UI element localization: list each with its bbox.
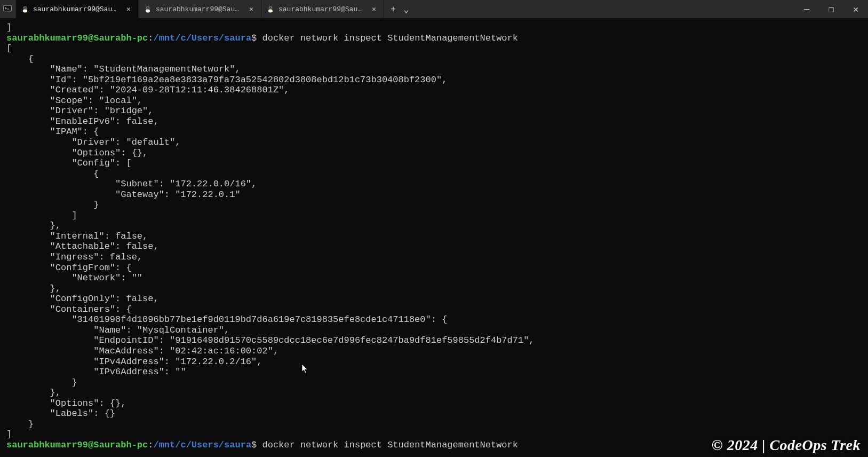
window-controls: — ❐ ✕ xyxy=(794,0,868,18)
output-text: "Driver": "default", xyxy=(6,137,180,147)
terminal-line: "Options": {}, xyxy=(6,148,862,159)
terminal-line: "Driver": "bridge", xyxy=(6,106,862,116)
terminal-line: } xyxy=(6,419,862,430)
maximize-button[interactable]: ❐ xyxy=(819,0,843,18)
prompt-separator: : xyxy=(148,440,153,450)
terminal-line: "Labels": {} xyxy=(6,408,862,419)
output-text: }, xyxy=(6,283,61,294)
output-text: "Gateway": "172.22.0.1" xyxy=(6,190,241,200)
output-text: } xyxy=(6,419,34,429)
prompt-path: /mnt/c/Users/saura xyxy=(153,440,251,450)
tab-close-icon[interactable]: ✕ xyxy=(124,5,133,13)
terminal-line: saurabhkumarr99@Saurabh-pc:/mnt/c/Users/… xyxy=(6,440,862,451)
output-text: "Network": "" xyxy=(6,273,142,283)
output-text: "IPv4Address": "172.22.0.2/16", xyxy=(6,357,262,367)
output-text: "Internal": false, xyxy=(6,231,148,241)
output-text: ] xyxy=(6,429,12,439)
terminal-viewport[interactable]: ]saurabhkumarr99@Saurabh-pc:/mnt/c/Users… xyxy=(0,18,868,457)
terminal-line: "MacAddress": "02:42:ac:16:00:02", xyxy=(6,346,862,357)
svg-point-12 xyxy=(269,7,270,8)
tab-dropdown-button[interactable]: ⌄ xyxy=(403,4,409,15)
terminal-line: } xyxy=(6,200,862,210)
prompt-user-host: saurabhkumarr99@Saurabh-pc xyxy=(6,33,148,43)
tux-icon xyxy=(21,5,29,13)
output-text: "Options": {}, xyxy=(6,398,126,408)
output-text: "Attachable": false, xyxy=(6,241,159,251)
terminal-line: ] xyxy=(6,429,862,440)
terminal-line: "Network": "" xyxy=(6,273,862,283)
output-text: } xyxy=(6,200,99,210)
prompt-user-host: saurabhkumarr99@Saurabh-pc xyxy=(6,440,148,450)
output-text: "Name": "StudentManagementNetwork", xyxy=(6,64,241,74)
tux-icon xyxy=(267,5,274,13)
tab-2[interactable]: saurabhkumarr99@Saurabh-p✕ xyxy=(261,0,384,18)
terminal-line: }, xyxy=(6,388,862,398)
tab-0[interactable]: saurabhkumarr99@Saurabh-p✕ xyxy=(16,0,139,18)
tab-label: saurabhkumarr99@Saurabh-p xyxy=(278,5,365,13)
terminal-line: ] xyxy=(6,210,862,221)
terminal-line: saurabhkumarr99@Saurabh-pc:/mnt/c/Users/… xyxy=(6,33,862,44)
output-text: "Options": {}, xyxy=(6,148,148,158)
minimize-button[interactable]: — xyxy=(794,0,819,18)
tab-label: saurabhkumarr99@Saurabh-p xyxy=(33,5,120,13)
terminal-line: "Id": "5bf219ef169a2ea8e3833a79fa73a5254… xyxy=(6,75,862,85)
svg-point-8 xyxy=(147,7,147,8)
output-text: } xyxy=(6,377,77,388)
terminal-line: "IPAM": { xyxy=(6,127,862,137)
output-text: "ConfigFrom": { xyxy=(6,263,132,273)
output-text: "EnableIPv6": false, xyxy=(6,116,159,127)
output-text: [ xyxy=(6,43,12,53)
terminal-line: [ xyxy=(6,43,862,54)
svg-rect-0 xyxy=(4,5,12,11)
output-text: ] xyxy=(6,210,77,220)
svg-point-4 xyxy=(24,7,25,8)
output-text: "MacAddress": "02:42:ac:16:00:02", xyxy=(6,346,278,356)
terminal-line: "Name": "MysqlContainer", xyxy=(6,325,862,336)
output-text: ] xyxy=(6,22,12,33)
output-text: "Containers": { xyxy=(6,304,132,314)
output-text: "31401998f4d1096bb77be1ef9d0119bd7d6a619… xyxy=(6,314,447,325)
terminal-line: "Subnet": "172.22.0.0/16", xyxy=(6,179,862,190)
output-text: "Config": [ xyxy=(6,158,132,168)
new-tab-button[interactable]: + xyxy=(391,4,396,14)
terminal-line: ] xyxy=(6,22,862,33)
terminal-line: "Config": [ xyxy=(6,158,862,169)
command-text: docker network inspect StudentManagement… xyxy=(262,440,518,450)
svg-point-9 xyxy=(148,7,149,8)
output-text: "Subnet": "172.22.0.0/16", xyxy=(6,179,257,189)
terminal-line: "Internal": false, xyxy=(6,231,862,242)
output-text: "ConfigOnly": false, xyxy=(6,294,159,304)
terminal-line: "Attachable": false, xyxy=(6,241,862,252)
terminal-line: "Scope": "local", xyxy=(6,96,862,106)
output-text: "IPv6Address": "" xyxy=(6,367,186,377)
terminal-line: "Name": "StudentManagementNetwork", xyxy=(6,64,862,75)
output-text: "Name": "MysqlContainer", xyxy=(6,325,229,335)
mouse-cursor-icon xyxy=(302,364,308,374)
terminal-line: "Created": "2024-09-28T12:11:46.38426880… xyxy=(6,85,862,96)
tab-1[interactable]: saurabhkumarr99@Saurabh-p✕ xyxy=(139,0,261,18)
output-text: "Ingress": false, xyxy=(6,252,142,262)
terminal-line: "EnableIPv6": false, xyxy=(6,116,862,127)
output-text: }, xyxy=(6,388,61,398)
output-text: "EndpointID": "91916498d91570c5589cdcc18… xyxy=(6,335,535,345)
svg-point-11 xyxy=(268,10,273,13)
terminal-line: } xyxy=(6,377,862,388)
window-close-button[interactable]: ✕ xyxy=(843,0,868,18)
terminal-line: }, xyxy=(6,283,862,294)
tab-close-icon[interactable]: ✕ xyxy=(370,5,378,13)
terminal-line: "EndpointID": "91916498d91570c5589cdcc18… xyxy=(6,335,862,346)
tab-actions: + ⌄ xyxy=(384,4,415,15)
terminal-line: "Driver": "default", xyxy=(6,137,862,148)
output-text: "Created": "2024-09-28T12:11:46.38426880… xyxy=(6,85,290,95)
svg-point-3 xyxy=(23,10,27,13)
terminal-line: { xyxy=(6,169,862,179)
terminal-line: "IPv6Address": "" xyxy=(6,367,862,377)
output-text: "Id": "5bf219ef169a2ea8e3833a79fa73a5254… xyxy=(6,75,447,85)
svg-point-7 xyxy=(146,10,150,13)
terminal-line: }, xyxy=(6,220,862,231)
tab-close-icon[interactable]: ✕ xyxy=(247,5,256,13)
terminal-line: "Ingress": false, xyxy=(6,252,862,263)
prompt-path: /mnt/c/Users/saura xyxy=(153,33,251,43)
tux-icon xyxy=(144,5,152,13)
svg-point-5 xyxy=(26,7,26,8)
